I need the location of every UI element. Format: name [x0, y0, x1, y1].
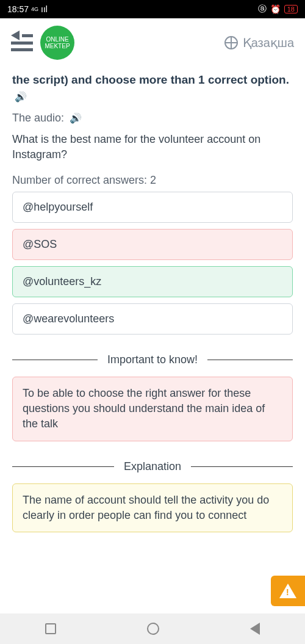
- logo-text-1: ONLINE: [46, 36, 68, 43]
- main-content: the script) and choose more than 1 corre…: [0, 67, 305, 547]
- question-text: What is the best name for the volunteer …: [12, 132, 293, 162]
- important-divider: Important to know!: [12, 353, 293, 367]
- menu-icon[interactable]: [11, 34, 33, 51]
- globe-icon: [224, 36, 238, 49]
- option-4[interactable]: @wearevolunteers: [12, 303, 293, 335]
- battery-indicator: 18: [284, 5, 298, 13]
- alert-button[interactable]: [271, 576, 305, 606]
- divider-line: [191, 466, 293, 467]
- logo-text-2: MEKTEP: [45, 43, 70, 49]
- option-1[interactable]: @helpyourself: [12, 192, 293, 223]
- recent-apps-button[interactable]: [45, 623, 56, 634]
- option-3[interactable]: @volunteers_kz: [12, 266, 293, 297]
- alarm-icon: ⏰: [270, 4, 281, 14]
- explanation-box: The name of account should tell the acti…: [12, 483, 293, 532]
- speaker-icon[interactable]: 🔊: [70, 112, 82, 124]
- back-button[interactable]: [250, 623, 260, 635]
- question-title: the script) and choose more than 1 corre…: [12, 72, 293, 104]
- dnd-icon: ⓐ: [258, 4, 267, 15]
- status-right: ⓐ ⏰ 18: [258, 4, 298, 15]
- answer-count: Number of correct answers: 2: [12, 174, 293, 187]
- network-type: 4G: [31, 6, 38, 12]
- status-left: 18:57 4G ııl: [7, 4, 48, 14]
- divider-line: [12, 360, 98, 360]
- status-bar: 18:57 4G ııl ⓐ ⏰ 18: [0, 0, 305, 18]
- system-nav-bar: [0, 613, 305, 644]
- important-title: Important to know!: [107, 353, 198, 367]
- home-button[interactable]: [147, 623, 159, 635]
- header-left: ONLINE MEKTEP: [11, 26, 74, 60]
- warning-icon: [279, 584, 296, 598]
- app-header: ONLINE MEKTEP Қазақша: [0, 18, 305, 67]
- explanation-divider: Explanation: [12, 460, 293, 474]
- explanation-title: Explanation: [124, 460, 181, 474]
- logo[interactable]: ONLINE MEKTEP: [40, 26, 74, 60]
- time: 18:57: [7, 4, 29, 14]
- language-label: Қазақша: [243, 35, 294, 50]
- important-box: To be able to choose the right answer fo…: [12, 377, 293, 441]
- signal-icon: ııl: [41, 4, 48, 14]
- option-2[interactable]: @SOS: [12, 229, 293, 260]
- divider-line: [207, 360, 293, 360]
- audio-label: The audio: 🔊: [12, 112, 293, 125]
- language-selector[interactable]: Қазақша: [224, 35, 294, 50]
- divider-line: [12, 466, 114, 467]
- speaker-icon[interactable]: 🔊: [15, 90, 27, 104]
